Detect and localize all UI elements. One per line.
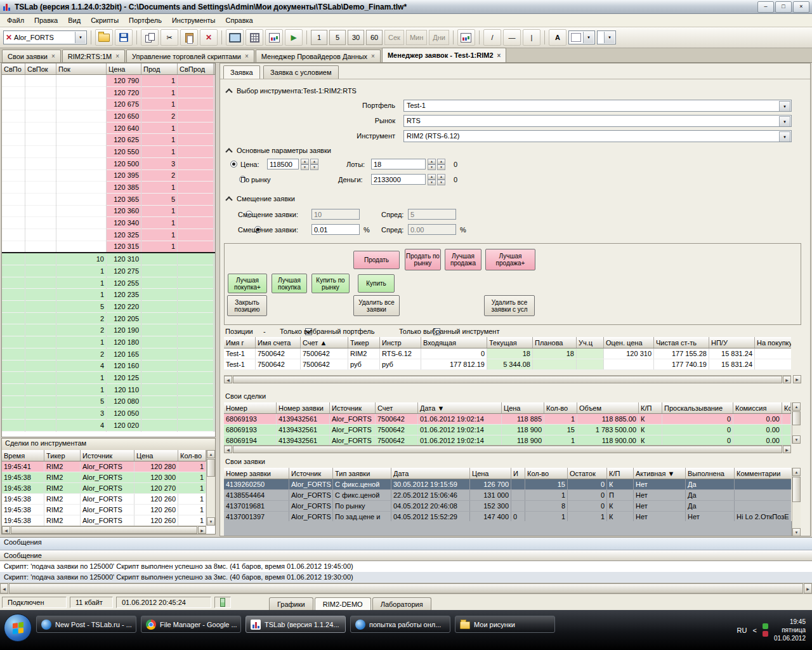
tab-conditional-order[interactable]: Заявка с условием <box>263 65 339 79</box>
column-header[interactable]: Цена <box>470 468 511 479</box>
chevron-down-icon[interactable]: ▼ <box>779 131 790 142</box>
market-select[interactable]: RTS ▼ <box>403 115 792 127</box>
table-row[interactable]: 1120 275 <box>2 265 215 277</box>
column-header[interactable]: Кол-во <box>544 402 577 414</box>
menu-portfolio[interactable]: Портфель <box>124 15 167 25</box>
chevron-down-icon[interactable]: ▼ <box>75 32 86 43</box>
column-header[interactable]: Прод <box>141 63 178 75</box>
chevron-down-icon[interactable]: ▼ <box>583 32 594 43</box>
message-column-header[interactable]: Сообщение <box>0 550 812 561</box>
table-row[interactable]: 1120 110 <box>2 383 215 395</box>
table-row[interactable]: 120 3151 <box>2 241 215 253</box>
price-radio[interactable] <box>230 161 237 168</box>
column-header[interactable]: Счет ▲ <box>301 337 348 348</box>
column-header[interactable]: Тикер <box>348 337 380 348</box>
table-row[interactable]: 120 6401 <box>2 122 215 134</box>
table-row[interactable]: 4139260250Alor_FORTSС фикс.ценой30.05.20… <box>224 479 791 490</box>
table-row[interactable]: 120 7901 <box>2 75 215 87</box>
interval-1-button[interactable]: 1 <box>311 30 327 45</box>
scroll-down-icon[interactable]: ▼ <box>792 528 801 536</box>
menu-file[interactable]: Файл <box>2 15 29 25</box>
spin-down-icon[interactable]: ▼ <box>428 164 436 170</box>
column-header[interactable]: Цена <box>502 402 544 414</box>
open-button[interactable] <box>95 29 113 46</box>
close-button[interactable]: × <box>793 1 809 13</box>
table-row[interactable]: 19:45:41RIM2Alor_FORTS120 2801 <box>2 461 206 472</box>
column-header[interactable]: СвПо <box>2 63 25 75</box>
trades-horizontal-scrollbar[interactable]: ◀ ▶ <box>224 445 791 453</box>
column-header[interactable]: Тип заявки <box>333 468 391 479</box>
scroll-thumb[interactable] <box>9 583 803 594</box>
column-header[interactable]: Источник <box>289 468 333 479</box>
table-row[interactable]: 120 3851 <box>2 182 215 194</box>
spin-down-icon[interactable]: ▼ <box>437 180 445 185</box>
scroll-right-icon[interactable]: ▶ <box>198 526 206 534</box>
scroll-left-icon[interactable]: ◀ <box>0 583 8 594</box>
table-row[interactable]: 120 3401 <box>2 217 215 229</box>
draw-trend-button[interactable]: / <box>483 29 501 46</box>
taskbar-button-online-work[interactable]: попытка работы онл... <box>350 616 450 633</box>
table-row[interactable]: 2120 190 <box>2 324 215 336</box>
scroll-down-icon[interactable]: ▼ <box>792 435 801 444</box>
table-row[interactable]: 1120 180 <box>2 336 215 348</box>
column-header[interactable]: К/П <box>639 402 662 414</box>
interval-60-button[interactable]: 60 <box>366 30 383 45</box>
spin-up-icon[interactable]: ▲ <box>437 174 445 180</box>
table-row[interactable]: 120 7201 <box>2 86 215 98</box>
table-row[interactable]: 680691944139432561Alor_FORTS750064201.06… <box>224 435 791 446</box>
table-row[interactable]: 2120 205 <box>2 312 215 324</box>
chart-button[interactable] <box>265 29 283 46</box>
column-header[interactable]: СвПок <box>25 63 56 75</box>
scroll-right-icon[interactable]: ▶ <box>783 446 791 453</box>
scroll-right-icon[interactable]: ▶ <box>783 376 791 383</box>
table-row[interactable]: 3120 050 <box>2 408 215 420</box>
column-header[interactable]: Текущая <box>487 337 533 348</box>
bottom-horizontal-scrollbar[interactable]: ◀ ▶ <box>0 583 812 594</box>
taskbar-button-my-pictures[interactable]: Мои рисунки <box>455 616 555 633</box>
menu-tools[interactable]: Инструменты <box>167 15 221 25</box>
spin-down-icon[interactable]: ▼ <box>310 164 318 170</box>
zoom-chart-button[interactable] <box>457 29 475 46</box>
positions-horizontal-scrollbar[interactable]: ◀ ▶ <box>224 375 791 383</box>
table-row[interactable]: 19:45:38RIM2Alor_FORTS120 2601 <box>2 505 206 515</box>
table-row[interactable]: 120 3251 <box>2 229 215 241</box>
chevron-down-icon[interactable]: ▼ <box>604 32 615 43</box>
best-sell-button[interactable]: Лучшая продажа <box>445 249 481 270</box>
table-row[interactable]: Test-175006427500642рубруб177 812.195 34… <box>224 359 791 370</box>
column-header[interactable]: Имя счета <box>256 337 301 348</box>
close-icon[interactable]: × <box>115 53 119 60</box>
column-header[interactable]: Остаток <box>568 468 607 479</box>
table-row[interactable]: 680691934139432561Alor_FORTS750064201.06… <box>224 414 791 425</box>
column-header[interactable]: Дата <box>391 468 470 479</box>
deals-horizontal-scrollbar[interactable]: ◀ ▶ <box>2 526 206 534</box>
spin-down-icon[interactable]: ▼ <box>437 164 445 170</box>
scroll-thumb[interactable] <box>792 477 801 502</box>
offset-section-header[interactable]: Смещение заявки <box>226 195 295 202</box>
deals-vertical-scrollbar[interactable]: ▲ ▼ <box>206 450 215 526</box>
column-header[interactable]: Проскальзывание <box>662 402 733 414</box>
table-row[interactable]: 5120 220 <box>2 301 215 313</box>
collapse-chevron-icon[interactable] <box>225 148 232 155</box>
offset-pct-input[interactable] <box>311 224 360 235</box>
lots-input[interactable] <box>371 159 426 169</box>
column-header[interactable]: Оцен. цена <box>604 337 654 348</box>
scroll-right-icon[interactable]: ▶ <box>804 583 812 594</box>
scroll-right-icon[interactable]: ▶ <box>793 375 801 383</box>
table-row[interactable]: 120 3601 <box>2 205 215 217</box>
close-icon[interactable]: × <box>51 53 55 60</box>
column-header[interactable]: На покупку <box>755 337 792 348</box>
column-header[interactable]: Время <box>2 450 44 461</box>
collapse-chevron-icon[interactable] <box>225 88 232 95</box>
unit-day-button[interactable]: Дни <box>429 30 449 45</box>
column-header[interactable]: Инстр <box>380 337 421 348</box>
buy-button[interactable]: Купить <box>358 274 395 293</box>
delete-button[interactable]: ✕ <box>200 29 218 46</box>
table-row[interactable]: 1120 235 <box>2 289 215 301</box>
workspace-tab-rim2-demo[interactable]: RIM2-DEMO <box>315 597 371 610</box>
run-button[interactable]: ▶ <box>285 29 303 46</box>
tab-own-orders[interactable]: Свои заявки × <box>2 50 61 62</box>
column-header[interactable]: Входящая <box>421 337 487 348</box>
scroll-left-icon[interactable]: ◀ <box>2 526 10 534</box>
table-row[interactable]: 2120 165 <box>2 348 215 360</box>
column-header[interactable]: Номер заявки <box>277 402 330 414</box>
